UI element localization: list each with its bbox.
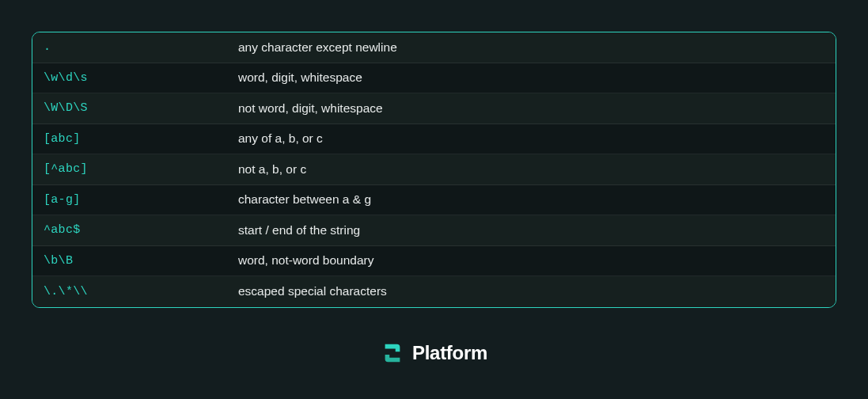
pattern-cell: \.\*\\	[32, 285, 238, 298]
table-row: \b\B word, not-word boundary	[32, 246, 836, 277]
description-cell: any character except newline	[238, 40, 836, 55]
description-cell: word, digit, whitespace	[238, 70, 836, 85]
pattern-cell: [abc]	[32, 132, 238, 146]
pattern-cell: \w\d\s	[32, 71, 238, 85]
description-cell: start / end of the string	[238, 223, 836, 238]
description-cell: not word, digit, whitespace	[238, 101, 836, 116]
description-cell: not a, b, or c	[238, 162, 836, 177]
pattern-cell: .	[32, 40, 238, 54]
table-row: ^abc$ start / end of the string	[32, 215, 836, 246]
pattern-cell: ^abc$	[32, 223, 238, 237]
pattern-cell: [a-g]	[32, 193, 238, 207]
description-cell: any of a, b, or c	[238, 131, 836, 146]
table-row: [abc] any of a, b, or c	[32, 124, 836, 155]
pattern-cell: [^abc]	[32, 162, 238, 176]
table-row: \.\*\\ escaped special characters	[32, 276, 836, 307]
footer: Platform	[0, 341, 868, 365]
table-row: . any character except newline	[32, 32, 836, 63]
table-row: \W\D\S not word, digit, whitespace	[32, 93, 836, 124]
brand-name: Platform	[412, 342, 487, 364]
table-row: [^abc] not a, b, or c	[32, 154, 836, 185]
platform-logo-icon	[381, 341, 404, 365]
description-cell: character between a & g	[238, 192, 836, 207]
pattern-cell: \W\D\S	[32, 101, 238, 115]
description-cell: escaped special characters	[238, 284, 836, 298]
table-row: \w\d\s word, digit, whitespace	[32, 63, 836, 94]
regex-reference-table: . any character except newline \w\d\s wo…	[32, 32, 836, 308]
description-cell: word, not-word boundary	[238, 253, 836, 268]
table-row: [a-g] character between a & g	[32, 185, 836, 216]
pattern-cell: \b\B	[32, 254, 238, 268]
